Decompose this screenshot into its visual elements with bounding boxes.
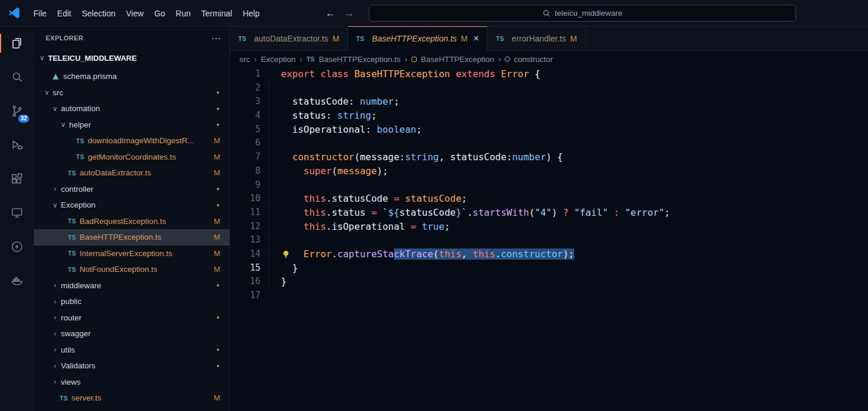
code-line[interactable]: 9 xyxy=(230,178,868,192)
line-number[interactable]: 10 xyxy=(230,192,260,206)
tree-item-basehttpexception-ts[interactable]: TSBaseHTTPException.tsM xyxy=(34,229,229,246)
line-number[interactable]: 11 xyxy=(230,206,260,220)
tree-item-exception[interactable]: ∨Exception● xyxy=(34,197,229,213)
code-text[interactable]: isOperational: boolean; xyxy=(281,123,422,137)
tree-root-folder[interactable]: ∨ TELEICU_MIDDLEWARE xyxy=(34,50,229,66)
code-line[interactable]: 6 xyxy=(230,136,868,150)
code-line[interactable]: 7 constructor(message:string, statusCode… xyxy=(230,150,868,164)
code-line[interactable]: 15 } xyxy=(230,261,868,275)
code-text[interactable]: statusCode: number; xyxy=(281,95,399,109)
tree-item-internalserverexception-ts[interactable]: TSInternalServerException.tsM xyxy=(34,246,229,262)
tree-item-public[interactable]: ›public xyxy=(34,293,229,310)
activity-search-button[interactable] xyxy=(0,60,33,94)
menu-go[interactable]: Go xyxy=(149,0,170,26)
breadcrumb-item[interactable]: Exception xyxy=(261,55,296,64)
code-text[interactable]: Error.captureStackTrace(this, this.const… xyxy=(281,247,574,261)
activity-remote-explorer-button[interactable] xyxy=(0,196,33,230)
line-number[interactable]: 17 xyxy=(230,289,260,303)
tree-item-notfoundexception-ts[interactable]: TSNotFoundException.tsM xyxy=(34,261,229,278)
tree-item-middleware[interactable]: ›middleware● xyxy=(34,278,229,294)
code-line[interactable]: 1export class BaseHTTPException extends … xyxy=(230,67,868,81)
code-line[interactable]: 16} xyxy=(230,275,868,289)
line-number[interactable]: 14 xyxy=(230,247,260,261)
line-number[interactable]: 4 xyxy=(230,109,260,123)
tree-item-downloadimagewithdigestr[interactable]: TSdownloadImageWithDigestR...M xyxy=(34,133,229,149)
activity-run-debug-button[interactable] xyxy=(0,128,33,162)
activity-source-control-button[interactable]: 32 xyxy=(0,94,33,128)
line-number[interactable]: 5 xyxy=(230,123,260,137)
line-number[interactable]: 7 xyxy=(230,150,260,164)
code-text[interactable]: this.statusCode = statusCode; xyxy=(281,192,467,206)
tree-item-automation[interactable]: ∨automation● xyxy=(34,101,229,117)
menu-edit[interactable]: Edit xyxy=(52,0,77,26)
code-text[interactable]: } xyxy=(281,275,287,289)
tree-item-views[interactable]: ›views xyxy=(34,374,229,391)
tree-item-swagger[interactable]: ›swagger xyxy=(34,326,229,342)
code-line[interactable]: 13 xyxy=(230,233,868,247)
tree-item-badrequestexception-ts[interactable]: TSBadRequestException.tsM xyxy=(34,213,229,230)
tree-item-validators[interactable]: ›Validators● xyxy=(34,358,229,374)
code-editor[interactable]: 1export class BaseHTTPException extends … xyxy=(230,67,868,411)
line-number[interactable]: 2 xyxy=(230,81,260,95)
line-number[interactable]: 13 xyxy=(230,233,260,247)
tab-autodataextractor-ts[interactable]: TSautoDataExtractor.tsM xyxy=(230,26,348,51)
code-text[interactable]: constructor(message:string, statusCode:n… xyxy=(281,150,563,164)
activity-explorer-button[interactable] xyxy=(0,26,33,60)
breadcrumb-item[interactable]: BaseHTTPException.ts xyxy=(319,55,401,64)
line-number[interactable]: 3 xyxy=(230,95,260,109)
code-text[interactable]: this.status = `${statusCode}`.startsWith… xyxy=(281,206,670,220)
line-number[interactable]: 1 xyxy=(230,67,260,81)
code-line[interactable]: 11 this.status = `${statusCode}`.startsW… xyxy=(230,206,868,220)
menu-selection[interactable]: Selection xyxy=(77,0,121,26)
back-icon[interactable]: ← xyxy=(325,8,335,19)
tree-item-server-ts[interactable]: TSserver.tsM xyxy=(34,390,229,406)
breadcrumb-item[interactable]: src xyxy=(239,55,250,64)
code-line[interactable]: 5 isOperational: boolean; xyxy=(230,123,868,137)
code-line[interactable]: 3 statusCode: number; xyxy=(230,95,868,109)
code-line[interactable]: 8 super(message); xyxy=(230,164,868,178)
menu-view[interactable]: View xyxy=(121,0,149,26)
tab-basehttpexception-ts[interactable]: TSBaseHTTPException.tsM× xyxy=(348,26,488,51)
tree-item-utils[interactable]: ›utils● xyxy=(34,342,229,358)
code-line[interactable]: 14 Error.captureStackTrace(this, this.co… xyxy=(230,247,868,261)
command-center-search[interactable]: teleicu_middleware xyxy=(369,5,796,22)
activity-thunder-client-button[interactable] xyxy=(0,230,33,264)
activity-extensions-button[interactable] xyxy=(0,162,33,196)
tree-item-helper[interactable]: ∨helper● xyxy=(34,117,229,133)
tree-item-controller[interactable]: ›controller● xyxy=(34,181,229,198)
line-number[interactable]: 12 xyxy=(230,220,260,234)
code-text[interactable]: this.isOperational = true; xyxy=(281,220,450,234)
tree-item-schema-prisma[interactable]: schema.prisma xyxy=(34,68,229,85)
code-line[interactable]: 2 xyxy=(230,81,868,95)
forward-icon[interactable]: → xyxy=(344,8,354,19)
breadcrumb-item[interactable]: constructor xyxy=(514,55,553,64)
code-line[interactable]: 17 xyxy=(230,289,868,303)
typescript-file-icon: TS xyxy=(68,250,76,257)
menu-terminal[interactable]: Terminal xyxy=(196,0,238,26)
line-number[interactable]: 9 xyxy=(230,178,260,192)
menu-help[interactable]: Help xyxy=(238,0,265,26)
code-line[interactable]: 12 this.isOperational = true; xyxy=(230,220,868,234)
code-text[interactable]: super(message); xyxy=(281,164,388,178)
code-text[interactable]: export class BaseHTTPException extends E… xyxy=(281,67,540,81)
code-text[interactable]: status: string; xyxy=(281,109,377,123)
code-text[interactable]: } xyxy=(281,261,298,275)
tree-item-router[interactable]: ›router● xyxy=(34,310,229,326)
lightbulb-icon[interactable] xyxy=(282,249,291,258)
line-number[interactable]: 15 xyxy=(230,261,260,275)
close-tab-icon[interactable]: × xyxy=(474,33,479,44)
tree-item-autodataextractor-ts[interactable]: TSautoDataExtractor.tsM xyxy=(34,165,229,181)
more-actions-icon[interactable]: ⋯ xyxy=(211,33,221,44)
line-number[interactable]: 16 xyxy=(230,275,260,289)
activity-docker-button[interactable] xyxy=(0,264,33,298)
line-number[interactable]: 8 xyxy=(230,164,260,178)
code-line[interactable]: 4 status: string; xyxy=(230,109,868,123)
tree-item-src[interactable]: ∨src● xyxy=(34,85,229,101)
code-line[interactable]: 10 this.statusCode = statusCode; xyxy=(230,192,868,206)
breadcrumb-item[interactable]: BaseHTTPException xyxy=(421,55,494,64)
menu-file[interactable]: File xyxy=(28,0,52,26)
tree-item-getmonitorcoordinates-ts[interactable]: TSgetMonitorCoordinates.tsM xyxy=(34,149,229,165)
line-number[interactable]: 6 xyxy=(230,136,260,150)
tab-errorhandler-ts[interactable]: TSerrorHandler.tsM xyxy=(488,26,585,51)
menu-run[interactable]: Run xyxy=(170,0,196,26)
